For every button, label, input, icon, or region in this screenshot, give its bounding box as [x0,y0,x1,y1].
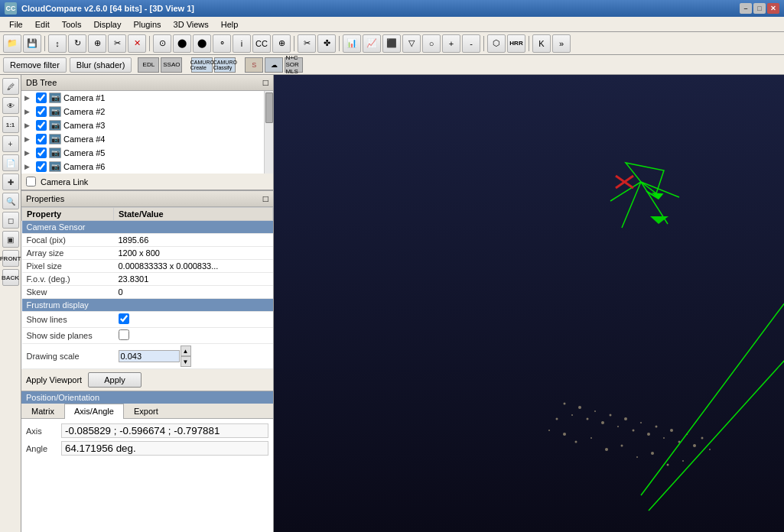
camera5-checkbox[interactable] [36,148,47,158]
expand-icon-3[interactable]: ▶ [24,122,34,129]
expand-icon-5[interactable]: ▶ [24,149,34,157]
svg-point-8 [617,426,619,427]
page-tool[interactable]: 📄 [2,154,19,171]
spin-down-button[interactable]: ▼ [181,356,191,367]
menu-help[interactable]: Help [215,18,245,31]
pos-orient-header: Position/Orientation [21,391,273,404]
camera6-checkbox[interactable] [36,161,47,172]
sor-icon[interactable]: ☁ [265,57,283,73]
camera-link-checkbox[interactable] [26,177,36,187]
tree-item-camera5[interactable]: ▶ 📷 Camera #5 [21,146,264,160]
svg-point-29 [651,452,654,455]
properties-table: Property State/Value Camera Sensor Focal… [21,207,273,369]
nc-sor-mls-icon[interactable]: N+C SOR MLS [285,57,303,73]
db-tree-expand-icon[interactable]: □ [263,77,268,88]
plus2-button[interactable]: + [442,34,460,53]
ssao-icon[interactable]: SSAO [161,57,182,73]
expand-button[interactable]: » [552,34,571,53]
merge-button[interactable]: ⊕ [272,34,291,53]
maximize-button[interactable]: □ [753,3,766,14]
scissors-button[interactable]: ✂ [298,34,316,53]
expand-icon-2[interactable]: ▶ [24,108,34,115]
spline-icon[interactable]: S [245,57,263,73]
camera2-checkbox[interactable] [36,106,47,117]
camera4-checkbox[interactable] [36,134,47,144]
menu-tools[interactable]: Tools [56,18,88,31]
menu-file[interactable]: File [3,18,29,31]
axis-angle-tab[interactable]: Axis/Angle [64,404,124,419]
colorize-button[interactable]: ▽ [402,34,421,53]
scale-1-1[interactable]: 1:1 [2,116,19,133]
menu-edit[interactable]: Edit [29,18,56,31]
delete-button[interactable]: ✕ [128,34,146,53]
noise-button[interactable]: ⬤ [193,34,211,53]
pan-tool[interactable]: ✚ [2,174,19,190]
open-button[interactable]: 📁 [3,34,21,53]
zoom-tool[interactable]: 🔍 [2,193,19,209]
sample-button[interactable]: ⊙ [153,34,171,53]
norm-button[interactable]: ⚬ [213,34,231,53]
menu-plugins[interactable]: Plugins [127,18,167,31]
camuro-create-icon[interactable]: CAMUROCreate [191,57,213,73]
minimize-button[interactable]: – [740,3,752,14]
camuro-classify-icon[interactable]: CAMUROClassify [214,57,236,73]
shield-button[interactable]: ⬡ [487,34,506,53]
close-button[interactable]: ✕ [767,3,779,14]
apply-button[interactable]: Apply [88,372,142,388]
tree-item-camera4[interactable]: ▶ 📷 Camera #4 [21,132,264,146]
remove-filter-button[interactable]: Remove filter [3,57,67,73]
point-select[interactable]: ⊕ [88,34,106,53]
move3d-button[interactable]: ✤ [317,34,336,53]
expand-icon-4[interactable]: ▶ [24,135,34,143]
export-tab[interactable]: Export [124,404,168,418]
show-lines-checkbox[interactable] [119,313,129,324]
angle-value-input[interactable] [61,441,268,456]
chart-button[interactable]: 📈 [363,34,381,53]
axis-row: Axis [26,422,268,440]
expand-icon-1[interactable]: ▶ [24,94,34,102]
tree-item-camera6[interactable]: ▶ 📷 Camera #6 [21,160,264,174]
scrollbar-thumb[interactable] [265,92,273,123]
hrr-button[interactable]: HRR [507,34,525,53]
cube-tool[interactable]: ◻ [2,212,19,229]
show-side-planes-checkbox[interactable] [119,329,129,340]
menu-display[interactable]: Display [87,18,127,31]
properties-expand-icon[interactable]: □ [263,193,268,204]
minmax-button[interactable]: ⬛ [382,34,401,53]
box-tool[interactable]: ▣ [2,231,19,248]
matrix-tab[interactable]: Matrix [21,404,64,418]
translate-button[interactable]: ↕ [48,34,67,53]
db-tree-scrollbar[interactable] [264,91,273,174]
filter-button[interactable]: ⬤ [173,34,191,53]
back-view[interactable]: BACK [2,269,19,286]
pointer-tool[interactable]: 🖉 [2,78,19,95]
expand-icon-6[interactable]: ▶ [24,163,34,170]
front-view[interactable]: FRONT [2,250,19,267]
svg-point-27 [621,445,623,447]
segment-button[interactable]: ✂ [108,34,126,53]
drawing-scale-input[interactable] [119,350,180,362]
eye-tool[interactable]: 👁 [2,97,19,114]
3d-view[interactable]: 0.1 ✓ [274,75,784,532]
info-button[interactable]: i [233,34,251,53]
plugin-button[interactable]: K [532,34,551,53]
rotate-button[interactable]: ↻ [68,34,86,53]
sphere-button[interactable]: ○ [422,34,441,53]
add-tool[interactable]: + [2,135,19,152]
camera3-checkbox[interactable] [36,120,47,131]
clouds-button[interactable]: CC [252,34,271,53]
menu-3dviews[interactable]: 3D Views [168,18,215,31]
tree-item-camera2[interactable]: ▶ 📷 Camera #2 [21,105,264,118]
sep4 [339,36,340,51]
axis-value-input[interactable] [61,423,268,438]
stats-button[interactable]: 📊 [343,34,361,53]
edl-icon[interactable]: EDL [138,57,159,73]
tree-item-camera3[interactable]: ▶ 📷 Camera #3 [21,118,264,132]
save-button[interactable]: 💾 [23,34,41,53]
tree-item-camera1[interactable]: ▶ 📷 Camera #1 [21,91,264,105]
svg-rect-0 [274,75,784,532]
blur-shader-button[interactable]: Blur (shader) [70,57,132,73]
minus-button[interactable]: - [462,34,480,53]
camera1-checkbox[interactable] [36,92,47,103]
spin-up-button[interactable]: ▲ [181,345,191,356]
